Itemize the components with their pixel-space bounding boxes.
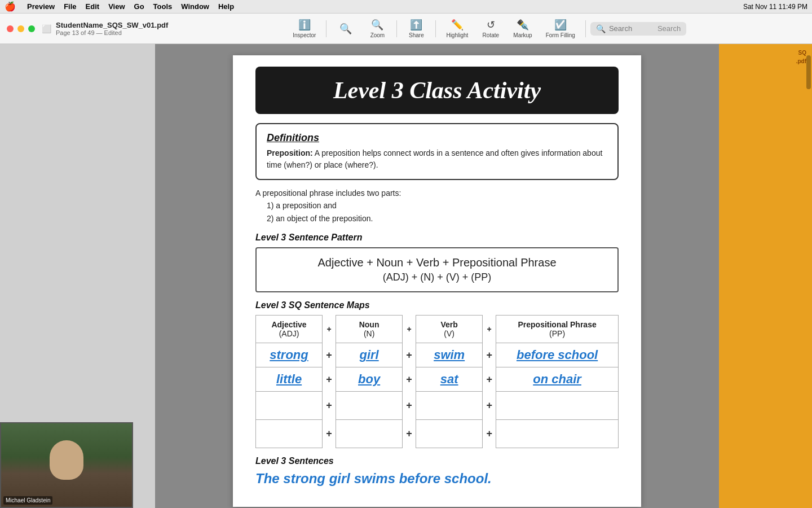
zoom-label: Zoom (370, 32, 385, 38)
sentence-pattern-heading: Level 3 Sentence Pattern (255, 233, 619, 243)
menu-window[interactable]: Window (181, 2, 209, 11)
markup-label: Markup (513, 32, 532, 38)
col-verb-header: Verb(V) (416, 316, 483, 343)
adj-cell-4 (256, 420, 323, 448)
traffic-lights (7, 25, 35, 32)
definition-body: Preposition: A preposition helps connect… (267, 147, 607, 171)
pdf-page: Level 3 Class Activity Definitions Prepo… (233, 55, 641, 507)
form-filling-button[interactable]: ☑️ Form Filling (540, 16, 581, 41)
phrase-intro: A prepositional phrase includes two part… (255, 187, 619, 199)
menu-tools[interactable]: Tools (153, 2, 173, 11)
table-row: + + + (256, 420, 619, 448)
verb-cell-4 (416, 420, 483, 448)
share-icon: ⬆️ (410, 19, 422, 31)
col-adj-header: Adjective(ADJ) (256, 316, 323, 343)
sentence-maps-heading: Level 3 SQ Sentence Maps (255, 300, 619, 310)
col-plus2-header: + (403, 316, 416, 343)
menu-view[interactable]: View (108, 2, 125, 11)
webcam-name: Michael Gladstein (3, 496, 52, 505)
toolbar: ⬜ StudentName_SQS_SW_v01.pdf Page 13 of … (0, 14, 812, 44)
pp-word-1: before school (517, 348, 598, 362)
adj-word-2: little (276, 372, 302, 386)
adj-word-1: strong (270, 348, 308, 362)
inspector-button[interactable]: ℹ️ Inspector (287, 16, 321, 41)
inspector-icon: ℹ️ (298, 19, 311, 31)
apple-menu[interactable]: 🍎 (5, 1, 16, 12)
pp-cell-2: on chair (496, 367, 619, 392)
plus-3a: + (323, 392, 336, 420)
plus-3b: + (403, 392, 416, 420)
highlight-icon: ✏️ (451, 19, 464, 31)
zoom-out-button[interactable]: 🔍 (331, 20, 360, 37)
app-name[interactable]: Preview (27, 2, 55, 11)
plus-4b: + (403, 420, 416, 448)
search-input[interactable] (609, 24, 654, 33)
zoom-in-icon: 🔍 (371, 19, 383, 31)
close-button[interactable] (7, 25, 14, 32)
share-button[interactable]: ⬆️ Share (401, 16, 431, 41)
page-info-label: Page 13 of 49 — Edited (56, 29, 168, 36)
form-filling-icon: ☑️ (554, 19, 567, 31)
plus-2b: + (403, 367, 416, 392)
level3-sentences-heading: Level 3 Sentences (255, 456, 619, 466)
toolbar-tools: ℹ️ Inspector 🔍 🔍 Zoom ⬆️ Share ✏️ Highli… (168, 16, 805, 41)
plus-2c: + (483, 367, 496, 392)
search-icon: 🔍 (596, 24, 606, 33)
verb-cell-1: swim (416, 343, 483, 367)
menu-go[interactable]: Go (134, 2, 144, 11)
col-pp-header: Prepositional Phrase(PP) (496, 316, 619, 343)
markup-icon: ✒️ (517, 19, 529, 31)
share-label: Share (409, 32, 424, 38)
highlight-label: Highlight (446, 32, 468, 38)
pp-cell-1: before school (496, 343, 619, 367)
adj-cell-2: little (256, 367, 323, 392)
document-area[interactable]: Level 3 Class Activity Definitions Prepo… (155, 44, 719, 508)
scroll-thumb[interactable] (806, 55, 811, 89)
sentence-pattern-box: Adjective + Noun + Verb + Prepositional … (255, 247, 619, 292)
inspector-label: Inspector (293, 32, 316, 38)
webcam-overlay: Michael Gladstein (0, 422, 133, 508)
plus-1a: + (323, 343, 336, 367)
plus-1c: + (483, 343, 496, 367)
table-row: little + boy + sat + on chair (256, 367, 619, 392)
plus-4a: + (323, 420, 336, 448)
maximize-button[interactable] (28, 25, 35, 32)
zoom-in-button[interactable]: 🔍 Zoom (363, 16, 392, 41)
table-row: strong + girl + swim + before school (256, 343, 619, 367)
menu-edit[interactable]: Edit (86, 2, 100, 11)
divider-3 (435, 20, 436, 37)
search-label: Search (657, 24, 681, 33)
pp-cell-3 (496, 392, 619, 420)
rotate-label: Rotate (483, 32, 499, 38)
page-title: Level 3 Class Activity (269, 77, 605, 104)
menu-help[interactable]: Help (218, 2, 234, 11)
noun-word-1: girl (359, 348, 378, 362)
level3-sentence-1: The strong girl swims before school. (255, 471, 619, 487)
minimize-button[interactable] (17, 25, 24, 32)
markup-button[interactable]: ✒️ Markup (508, 16, 537, 41)
adj-cell-1: strong (256, 343, 323, 367)
pattern-line1: Adjective + Noun + Verb + Prepositional … (268, 256, 606, 269)
menu-bar-right: Sat Nov 11 11:49 PM (743, 3, 807, 11)
preposition-def: A preposition helps connect words in a s… (267, 148, 602, 169)
pattern-line2: (ADJ) + (N) + (V) + (PP) (268, 271, 606, 283)
phrase-part-1: 1) a preposition and (267, 199, 619, 212)
highlight-button[interactable]: ✏️ Highlight (440, 16, 474, 41)
verb-cell-3 (416, 392, 483, 420)
window-icon: ⬜ (42, 24, 51, 33)
page-header-banner: Level 3 Class Activity (255, 67, 619, 114)
plus-3c: + (483, 392, 496, 420)
webcam-person-head (50, 440, 83, 480)
rotate-button[interactable]: ↺ Rotate (476, 16, 505, 41)
col-plus3-header: + (483, 316, 496, 343)
divider-1 (326, 20, 326, 37)
plus-2a: + (323, 367, 336, 392)
search-bar[interactable]: 🔍 Search (590, 22, 686, 36)
menu-file[interactable]: File (64, 2, 76, 11)
table-row: + + + (256, 392, 619, 420)
menu-bar-clock: Sat Nov 11 11:49 PM (743, 3, 807, 11)
noun-word-2: boy (358, 372, 380, 386)
divider-4 (585, 20, 586, 37)
noun-cell-2: boy (336, 367, 403, 392)
definitions-heading: Definitions (267, 132, 607, 144)
